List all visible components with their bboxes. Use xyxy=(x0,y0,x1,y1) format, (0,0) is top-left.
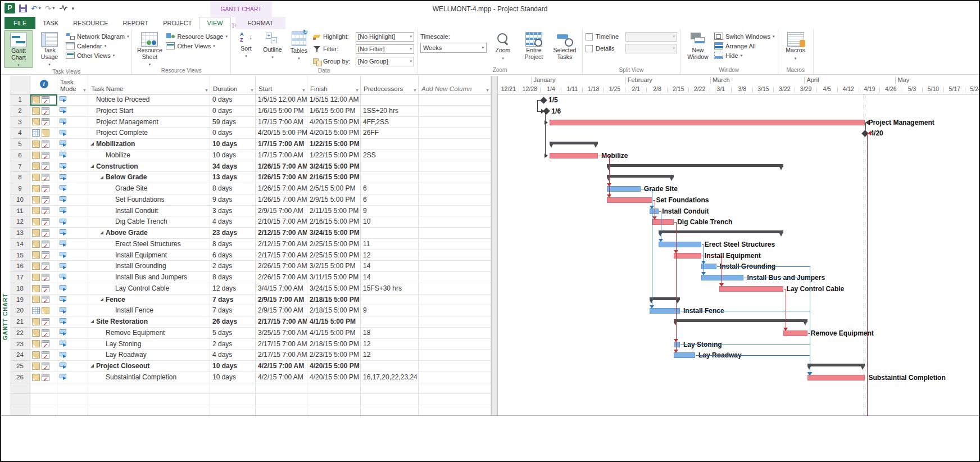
indicators-cell[interactable] xyxy=(30,316,57,328)
start-cell[interactable]: 2/17/15 7:00 AM xyxy=(256,316,307,328)
row-number-cell[interactable]: 10 xyxy=(10,194,30,206)
tables-button[interactable]: Tables▾ xyxy=(287,30,311,61)
task-mode-cell[interactable] xyxy=(57,206,88,217)
finish-cell[interactable]: 2/23/15 5:00 PM xyxy=(307,350,361,361)
task-mode-cell[interactable] xyxy=(57,139,88,150)
indicators-cell[interactable] xyxy=(30,350,57,361)
predecessors-cell[interactable]: 10 xyxy=(361,216,419,228)
table-row[interactable]: 6Mobilize10 days1/7/15 7:00 AM1/22/15 5:… xyxy=(10,150,491,161)
tab-file[interactable]: FILE xyxy=(4,17,35,29)
finish-cell[interactable]: 4/20/15 5:00 PM xyxy=(307,372,361,383)
finish-cell[interactable]: 2/25/15 5:00 PM xyxy=(307,239,361,250)
predecessors-cell[interactable]: 1SS+20 hrs xyxy=(361,106,419,117)
finish-cell[interactable]: 1/6/15 5:00 PM xyxy=(307,106,361,117)
add-new-column-cell[interactable] xyxy=(419,206,491,217)
task-name-cell[interactable]: Remove Equipment xyxy=(88,328,210,339)
table-row[interactable]: 15Install Equipment6 days2/17/15 7:00 AM… xyxy=(10,250,491,261)
add-new-column-cell[interactable] xyxy=(419,361,491,372)
summary-bar[interactable] xyxy=(659,230,783,233)
summary-bar[interactable] xyxy=(807,364,865,366)
indicators-cell[interactable] xyxy=(30,117,57,128)
task-name-cell[interactable]: Substaintial Completion xyxy=(88,372,210,383)
hide-button[interactable]: Hide▾ xyxy=(714,51,775,60)
empty-table-row[interactable] xyxy=(10,383,491,395)
predecessors-cell[interactable]: 11 xyxy=(361,239,419,250)
table-row[interactable]: 19Fence7 days2/9/15 7:00 AM2/18/15 5:00 … xyxy=(10,295,491,306)
zoom-button[interactable]: Zoom▾ xyxy=(488,30,518,61)
table-row[interactable]: 23Lay Stoning2 days2/17/15 7:00 AM2/18/1… xyxy=(10,339,491,350)
table-row[interactable]: 1Notice to Proceed0 days1/5/15 12:00 AM1… xyxy=(10,94,491,106)
finish-cell[interactable]: 1/22/15 5:00 PM xyxy=(307,150,361,161)
task-mode-cell[interactable] xyxy=(57,150,88,161)
redo-dropdown-caret[interactable]: ▾ xyxy=(52,6,55,11)
tab-project[interactable]: PROJECT xyxy=(156,17,199,29)
task-mode-cell[interactable] xyxy=(57,316,88,328)
start-cell[interactable]: 1/7/15 7:00 AM xyxy=(256,117,307,128)
task-name-cell[interactable]: Lay Stoning xyxy=(88,339,210,350)
finish-cell[interactable]: 2/11/15 5:00 PM xyxy=(307,206,361,217)
indicators-cell[interactable] xyxy=(30,161,57,173)
header-dropdown-caret[interactable]: ▼ xyxy=(83,88,87,92)
task-mode-cell[interactable] xyxy=(57,161,88,173)
table-row[interactable]: 10Set Foundations9 days1/26/15 7:00 AM2/… xyxy=(10,194,491,206)
finish-cell[interactable]: 2/18/15 5:00 PM xyxy=(307,339,361,350)
task-mode-cell[interactable] xyxy=(57,361,88,372)
predecessors-cell[interactable]: 6 xyxy=(361,194,419,206)
row-number-cell[interactable]: 6 xyxy=(10,150,30,161)
macros-button[interactable]: Macros▾ xyxy=(781,30,810,61)
summary-bar[interactable] xyxy=(607,164,783,167)
task-bar[interactable] xyxy=(659,242,701,247)
start-cell[interactable]: 4/2/15 7:00 AM xyxy=(256,372,307,383)
tab-view[interactable]: VIEW xyxy=(199,17,230,29)
highlight-select[interactable]: [No Highlight]▾ xyxy=(356,32,414,42)
gantt-chart-body[interactable]: 1/51/6Project Management4/20MobilizeGrad… xyxy=(498,94,979,416)
start-cell[interactable]: 4/2/15 7:00 AM xyxy=(256,361,307,372)
table-row[interactable]: 20Install Fence7 days2/9/15 7:00 AM2/18/… xyxy=(10,305,491,316)
add-new-column-cell[interactable] xyxy=(419,128,491,139)
task-bar[interactable] xyxy=(650,308,680,314)
row-number-cell[interactable]: 4 xyxy=(10,128,30,139)
task-bar[interactable] xyxy=(807,375,865,381)
quick-access-toolbar[interactable]: P ↶▾ ↷▾ ▾ xyxy=(4,3,74,13)
duration-cell[interactable]: 8 days xyxy=(210,183,256,194)
empty-cell[interactable] xyxy=(419,383,491,395)
start-cell[interactable]: 3/4/15 7:00 AM xyxy=(256,283,307,295)
task-mode-cell[interactable] xyxy=(57,339,88,350)
add-new-column-cell[interactable] xyxy=(419,117,491,128)
predecessors-cell[interactable]: 18 xyxy=(361,328,419,339)
task-mode-cell[interactable] xyxy=(57,172,88,183)
task-name-cell[interactable]: Install Grounding xyxy=(88,261,210,272)
empty-cell[interactable] xyxy=(30,383,57,395)
summary-bar[interactable] xyxy=(550,142,598,144)
predecessors-cell[interactable] xyxy=(361,316,419,328)
task-bar[interactable] xyxy=(650,209,659,214)
empty-cell[interactable] xyxy=(307,394,361,405)
row-number-cell[interactable]: 15 xyxy=(10,250,30,261)
task-name-cell[interactable]: Project Management xyxy=(88,117,210,128)
finish-cell[interactable]: 2/18/15 5:00 PM xyxy=(307,295,361,306)
task-name-cell[interactable]: Site Restoration xyxy=(88,316,210,328)
add-new-column-cell[interactable] xyxy=(419,216,491,228)
empty-cell[interactable] xyxy=(210,383,256,395)
duration-cell[interactable]: 12 days xyxy=(210,283,256,295)
duration-cell[interactable]: 2 days xyxy=(210,261,256,272)
add-new-column-cell[interactable] xyxy=(419,305,491,316)
table-row[interactable]: 17Install Bus and Jumpers8 days2/26/15 7… xyxy=(10,272,491,283)
tab-resource[interactable]: RESOURCE xyxy=(66,17,115,29)
task-mode-cell[interactable] xyxy=(57,94,88,106)
add-new-column-cell[interactable] xyxy=(419,350,491,361)
task-mode-cell[interactable] xyxy=(57,183,88,194)
indicators-cell[interactable] xyxy=(30,328,57,339)
duration-header[interactable]: Duration▼ xyxy=(210,76,256,94)
indicators-cell[interactable] xyxy=(30,206,57,217)
task-mode-cell[interactable] xyxy=(57,117,88,128)
predecessors-cell[interactable]: 4FF,2SS xyxy=(361,117,419,128)
add-new-column-cell[interactable] xyxy=(419,150,491,161)
row-number-header[interactable] xyxy=(10,76,30,94)
row-number-cell[interactable]: 17 xyxy=(10,272,30,283)
empty-table-row[interactable] xyxy=(10,405,491,416)
duration-cell[interactable]: 59 days xyxy=(210,117,256,128)
empty-cell[interactable] xyxy=(57,394,88,405)
duration-cell[interactable]: 3 days xyxy=(210,206,256,217)
task-mode-cell[interactable] xyxy=(57,250,88,261)
